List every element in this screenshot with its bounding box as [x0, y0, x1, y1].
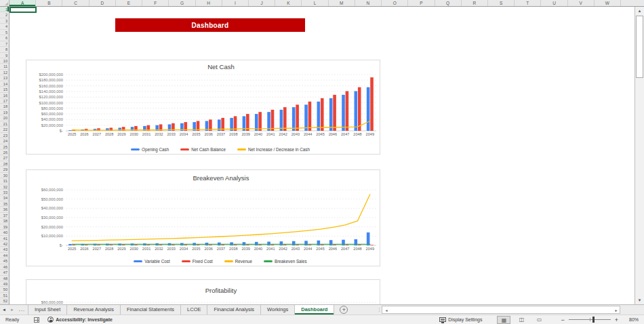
horizontal-scrollbar[interactable]: ◂ ▸: [382, 306, 620, 314]
hscroll-right-arrow[interactable]: ▸: [612, 308, 620, 312]
tabs-scroll-left-button[interactable]: ◄: [0, 305, 8, 315]
sheet-tab-dashboard[interactable]: Dashboard: [295, 305, 334, 315]
column-header-s[interactable]: S: [488, 0, 515, 6]
row-header-10[interactable]: 10: [0, 58, 9, 64]
row-header-45[interactable]: 45: [0, 258, 9, 264]
dashboard-title-banner[interactable]: Dashboard: [115, 18, 305, 32]
row-header-14[interactable]: 14: [0, 81, 9, 87]
row-header-25[interactable]: 25: [0, 144, 9, 150]
row-header-11[interactable]: 11: [0, 64, 9, 69]
zoom-in-button[interactable]: +: [615, 317, 618, 323]
column-header-p[interactable]: P: [408, 0, 435, 6]
row-header-30[interactable]: 30: [0, 173, 9, 178]
zoom-slider[interactable]: [569, 319, 611, 320]
row-header-22[interactable]: 22: [0, 127, 9, 132]
column-header-k[interactable]: K: [275, 0, 302, 6]
row-header-37[interactable]: 37: [0, 213, 9, 218]
column-header-c[interactable]: C: [62, 0, 89, 6]
row-header-43[interactable]: 43: [0, 247, 9, 252]
row-header-31[interactable]: 31: [0, 178, 9, 184]
row-header-49[interactable]: 49: [0, 281, 9, 287]
column-header-v[interactable]: V: [568, 0, 595, 6]
row-header-4[interactable]: 4: [0, 24, 9, 29]
row-header-8[interactable]: 8: [0, 47, 9, 52]
sheet-tab-revenue-analysis[interactable]: Revenue Analysis: [67, 305, 121, 315]
column-header-o[interactable]: O: [382, 0, 408, 6]
sheet-tab-financial-analysis[interactable]: Financial Analysis: [207, 305, 261, 315]
row-header-34[interactable]: 34: [0, 195, 9, 201]
row-header-5[interactable]: 5: [0, 30, 9, 35]
row-header-12[interactable]: 12: [0, 70, 9, 75]
column-header-q[interactable]: Q: [435, 0, 462, 6]
row-header-29[interactable]: 29: [0, 167, 9, 172]
zoom-out-button[interactable]: −: [561, 317, 564, 323]
row-header-46[interactable]: 46: [0, 264, 9, 270]
tab-splitter-handle[interactable]: ⋮: [376, 305, 382, 315]
row-header-33[interactable]: 33: [0, 190, 9, 195]
sheet-tab-workings[interactable]: Workings: [261, 305, 295, 315]
hscroll-left-arrow[interactable]: ◂: [382, 308, 390, 312]
row-header-38[interactable]: 38: [0, 218, 9, 224]
column-header-f[interactable]: F: [142, 0, 169, 6]
row-header-9[interactable]: 9: [0, 53, 9, 58]
row-header-18[interactable]: 18: [0, 104, 9, 109]
vscroll-up-arrow[interactable]: ▲: [635, 7, 644, 15]
column-header-a[interactable]: A: [9, 0, 36, 6]
row-header-41[interactable]: 41: [0, 236, 9, 241]
hscroll-track[interactable]: [390, 306, 612, 313]
page-layout-view-button[interactable]: ◫: [515, 316, 528, 324]
vscroll-thumb[interactable]: [636, 16, 643, 78]
row-header-6[interactable]: 6: [0, 35, 9, 41]
row-header-27[interactable]: 27: [0, 155, 9, 161]
row-header-48[interactable]: 48: [0, 276, 9, 281]
row-header-3[interactable]: 3: [0, 18, 9, 24]
breakeven-analysis-chart[interactable]: Breakeven Analysis$-$10,000,000$20,000,0…: [26, 169, 380, 266]
macro-record-icon[interactable]: [34, 317, 39, 323]
column-header-t[interactable]: T: [515, 0, 541, 6]
column-header-l[interactable]: L: [302, 0, 328, 6]
row-header-24[interactable]: 24: [0, 138, 9, 144]
row-header-7[interactable]: 7: [0, 41, 9, 47]
zoom-slider-thumb[interactable]: [592, 317, 595, 323]
row-header-35[interactable]: 35: [0, 201, 9, 207]
accessibility-status[interactable]: Accessibility: Investigate: [56, 317, 113, 322]
sheet-tab-lcoe[interactable]: LCOE: [181, 305, 207, 315]
new-sheet-button[interactable]: +: [340, 306, 348, 314]
select-all-corner[interactable]: [0, 0, 9, 6]
page-break-preview-button[interactable]: ▭: [532, 316, 546, 324]
row-header-32[interactable]: 32: [0, 184, 9, 190]
row-header-36[interactable]: 36: [0, 207, 9, 212]
row-header-21[interactable]: 21: [0, 121, 9, 127]
column-header-e[interactable]: E: [116, 0, 142, 6]
row-header-26[interactable]: 26: [0, 150, 9, 155]
display-settings-button[interactable]: Display Settings: [448, 317, 482, 322]
zoom-level[interactable]: 80%: [626, 317, 639, 322]
hscroll-thumb[interactable]: [390, 306, 612, 313]
row-header-17[interactable]: 17: [0, 98, 9, 104]
tabs-scroll-right-button[interactable]: ►: [8, 305, 16, 315]
row-header-50[interactable]: 50: [0, 287, 9, 292]
column-header-g[interactable]: G: [169, 0, 195, 6]
tabs-overflow-button[interactable]: ...: [16, 305, 28, 315]
column-header-u[interactable]: U: [541, 0, 567, 6]
row-header-51[interactable]: 51: [0, 293, 9, 298]
row-header-39[interactable]: 39: [0, 224, 9, 230]
row-header-15[interactable]: 15: [0, 87, 9, 92]
row-header-20[interactable]: 20: [0, 115, 9, 121]
row-header-28[interactable]: 28: [0, 161, 9, 167]
row-header-16[interactable]: 16: [0, 93, 9, 98]
column-header-n[interactable]: N: [355, 0, 382, 6]
row-header-2[interactable]: 2: [0, 12, 9, 18]
net-cash-chart[interactable]: Net Cash$-$20,000,000$40,000,000$60,000,…: [26, 60, 380, 155]
column-header-j[interactable]: J: [249, 0, 275, 6]
row-header-47[interactable]: 47: [0, 270, 9, 275]
row-header-40[interactable]: 40: [0, 230, 9, 235]
column-header-r[interactable]: R: [462, 0, 488, 6]
row-header-23[interactable]: 23: [0, 133, 9, 138]
row-header-13[interactable]: 13: [0, 75, 9, 81]
row-header-42[interactable]: 42: [0, 241, 9, 247]
vertical-scrollbar[interactable]: ▲ ▼: [635, 7, 644, 304]
column-header-b[interactable]: B: [36, 0, 62, 6]
row-header-1[interactable]: 1: [0, 7, 9, 12]
column-header-h[interactable]: H: [196, 0, 222, 6]
